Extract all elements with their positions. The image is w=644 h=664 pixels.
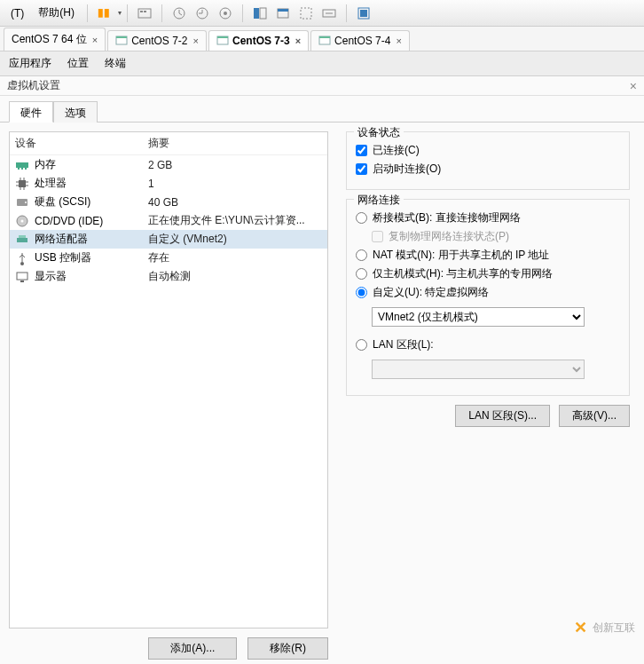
- add-button[interactable]: 添加(A)...: [148, 637, 237, 660]
- chevron-down-icon[interactable]: ▾: [118, 9, 122, 17]
- svg-rect-24: [25, 168, 27, 170]
- col-device: 设备: [15, 136, 148, 151]
- dialog-body: 设备 摘要 内存 2 GB 处理器 1 硬盘 (SCSI) 40 GB: [0, 122, 644, 663]
- hardware-button-row: 添加(A)... 移除(R): [9, 637, 328, 660]
- view-stretch-icon[interactable]: [322, 6, 336, 20]
- network-connection-group: 网络连接 桥接模式(B): 直接连接物理网络 复制物理网络连接状态(P) NAT…: [346, 199, 630, 396]
- network-legend: 网络连接: [354, 193, 404, 208]
- radio-nat-label: NAT 模式(N): 用于共享主机的 IP 地址: [373, 248, 549, 263]
- chk-connect-power-input[interactable]: [356, 163, 367, 175]
- tab-hardware[interactable]: 硬件: [9, 101, 53, 123]
- toolbar-separator: [161, 4, 162, 22]
- svg-point-6: [224, 12, 227, 15]
- chk-connected-label: 已连接(C): [373, 143, 420, 158]
- hw-row-cd[interactable]: CD/DVD (IDE) 正在使用文件 E:\YUN\云计算资...: [10, 211, 327, 230]
- radio-bridged-input[interactable]: [356, 212, 367, 224]
- hw-row-network[interactable]: 网络适配器 自定义 (VMnet2): [10, 230, 327, 249]
- chk-connected-input[interactable]: [356, 145, 367, 156]
- hw-summary: 1: [148, 178, 322, 190]
- watermark: ✕ 创新互联: [574, 618, 635, 637]
- svg-rect-23: [21, 168, 23, 170]
- advanced-button[interactable]: 高级(V)...: [559, 405, 630, 427]
- dialog-tabs: 硬件 选项: [0, 101, 644, 123]
- chk-connected[interactable]: 已连接(C): [356, 143, 620, 158]
- hw-name: 内存: [35, 157, 148, 172]
- svg-rect-2: [144, 11, 146, 12]
- col-summary: 摘要: [148, 136, 169, 151]
- radio-hostonly[interactable]: 仅主机模式(H): 与主机共享的专用网络: [356, 266, 620, 281]
- device-state-legend: 设备状态: [354, 125, 404, 140]
- tab-vm-2[interactable]: CentOS 7-3 ×: [208, 30, 309, 51]
- svg-rect-18: [217, 36, 228, 38]
- view-console-icon[interactable]: [253, 6, 267, 20]
- dialog-title-bar: 虚拟机设置 ×: [0, 76, 644, 96]
- radio-nat[interactable]: NAT 模式(N): 用于共享主机的 IP 地址: [356, 248, 620, 263]
- menu-apps[interactable]: 应用程序: [9, 56, 51, 71]
- settings-button-row: LAN 区段(S)... 高级(V)...: [346, 405, 630, 427]
- close-icon[interactable]: ×: [396, 36, 401, 46]
- hw-summary: 2 GB: [148, 159, 322, 171]
- custom-vmnet-select[interactable]: VMnet2 (仅主机模式): [372, 307, 585, 327]
- view-library-icon[interactable]: [357, 6, 371, 20]
- radio-bridged[interactable]: 桥接模式(B): 直接连接物理网络: [356, 210, 620, 225]
- hw-name: USB 控制器: [35, 250, 148, 265]
- radio-lan-input[interactable]: [356, 339, 367, 351]
- view-unity-icon[interactable]: [299, 6, 313, 20]
- chk-connect-power[interactable]: 启动时连接(O): [356, 162, 620, 177]
- close-icon[interactable]: ×: [630, 79, 637, 93]
- close-icon[interactable]: ×: [295, 36, 301, 46]
- menu-help[interactable]: 帮助(H): [31, 2, 82, 24]
- vm-tab-bar: CentOS 7 64 位 × CentOS 7-2 × CentOS 7-3 …: [0, 27, 644, 51]
- close-icon[interactable]: ×: [193, 36, 199, 46]
- cpu-icon: [15, 177, 29, 191]
- main-toolbar: (T) 帮助(H) ▮▮ ▾: [0, 0, 644, 27]
- snapshot-manager-icon[interactable]: [218, 6, 232, 20]
- hw-name: 硬盘 (SCSI): [35, 194, 148, 209]
- remove-button[interactable]: 移除(R): [247, 637, 328, 660]
- tab-vm-1[interactable]: CentOS 7-2 ×: [107, 30, 207, 51]
- radio-lan-label: LAN 区段(L):: [373, 337, 434, 352]
- vm-icon: [115, 35, 128, 47]
- toolbar-separator: [87, 4, 88, 22]
- hw-name: 网络适配器: [35, 232, 148, 247]
- hw-row-display[interactable]: 显示器 自动检测: [10, 267, 327, 286]
- radio-hostonly-input[interactable]: [356, 268, 367, 280]
- vm-icon: [318, 35, 331, 47]
- hardware-list-header: 设备 摘要: [10, 132, 327, 155]
- hw-row-usb[interactable]: USB 控制器 存在: [10, 249, 327, 267]
- radio-lan[interactable]: LAN 区段(L):: [356, 337, 620, 352]
- svg-rect-16: [116, 36, 127, 38]
- lan-segments-button[interactable]: LAN 区段(S)...: [455, 405, 550, 427]
- menu-terminal[interactable]: 终端: [105, 56, 126, 71]
- guest-menu-bar: 应用程序 位置 终端: [0, 51, 644, 76]
- hw-summary: 自定义 (VMnet2): [148, 232, 322, 247]
- tab-options[interactable]: 选项: [53, 101, 98, 123]
- radio-custom[interactable]: 自定义(U): 特定虚拟网络: [356, 285, 620, 300]
- hw-row-cpu[interactable]: 处理器 1: [10, 174, 327, 193]
- send-keys-icon[interactable]: [137, 6, 152, 20]
- view-fullscreen-icon[interactable]: [276, 6, 290, 20]
- memory-icon: [15, 158, 29, 172]
- svg-rect-14: [360, 10, 367, 17]
- hardware-list: 设备 摘要 内存 2 GB 处理器 1 硬盘 (SCSI) 40 GB: [9, 131, 328, 628]
- hw-row-disk[interactable]: 硬盘 (SCSI) 40 GB: [10, 193, 327, 211]
- menu-location[interactable]: 位置: [67, 56, 89, 71]
- menu-edit[interactable]: (T): [4, 4, 31, 23]
- radio-nat-input[interactable]: [356, 249, 367, 261]
- svg-rect-25: [19, 180, 26, 187]
- svg-rect-21: [16, 162, 28, 168]
- hardware-pane: 设备 摘要 内存 2 GB 处理器 1 硬盘 (SCSI) 40 GB: [0, 123, 337, 663]
- cd-icon: [15, 214, 29, 228]
- chk-replicate: 复制物理网络连接状态(P): [372, 229, 620, 244]
- snapshot-take-icon[interactable]: [172, 6, 186, 20]
- snapshot-revert-icon[interactable]: [195, 6, 209, 20]
- tab-vm-3[interactable]: CentOS 7-4 ×: [310, 30, 410, 51]
- close-icon[interactable]: ×: [92, 35, 98, 45]
- device-state-group: 设备状态 已连接(C) 启动时连接(O): [346, 131, 630, 190]
- pause-icon[interactable]: ▮▮: [98, 6, 112, 20]
- svg-point-29: [21, 219, 24, 222]
- tab-vm-0[interactable]: CentOS 7 64 位 ×: [4, 28, 106, 51]
- watermark-logo-icon: ✕: [574, 618, 587, 637]
- radio-custom-input[interactable]: [356, 287, 367, 298]
- hw-row-memory[interactable]: 内存 2 GB: [10, 155, 327, 174]
